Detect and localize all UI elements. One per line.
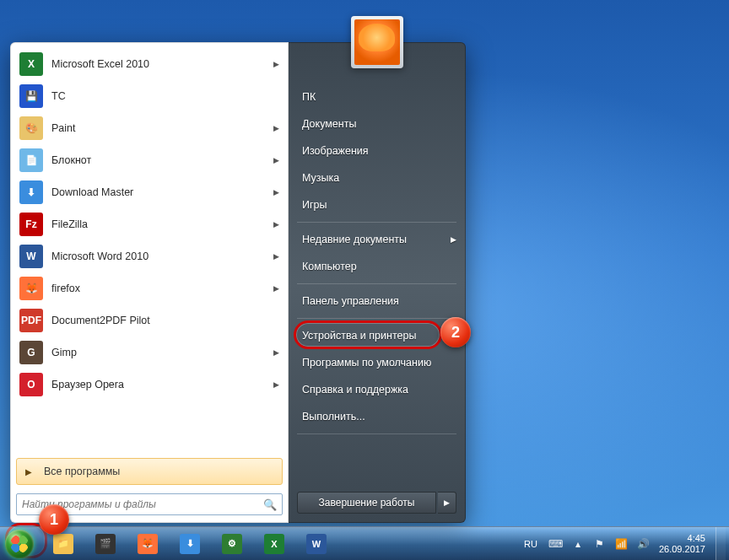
opera-icon: O — [19, 373, 43, 396]
app-label: Microsoft Word 2010 — [51, 250, 273, 262]
right-item-computer[interactable]: Компьютер — [289, 253, 465, 280]
dm-icon: ⬇ — [19, 180, 43, 204]
start-menu-left-pane: XMicrosoft Excel 2010▶💾TC🎨Paint▶📄Блокнот… — [10, 42, 289, 523]
right-item-music[interactable]: Музыка — [289, 164, 465, 191]
action-center-icon[interactable]: ⚑ — [593, 537, 607, 551]
taskbar-pinned-apps: 📁🎬🦊⬇⚙XW — [39, 530, 336, 557]
submenu-arrow-icon: ▶ — [273, 252, 279, 261]
right-item-default_programs[interactable]: Программы по умолчанию — [289, 349, 465, 376]
submenu-arrow-icon: ▶ — [273, 284, 279, 293]
menu-separator — [297, 283, 456, 284]
right-item-run[interactable]: Выполнить... — [289, 403, 465, 430]
taskbar: 📁🎬🦊⬇⚙XW RU ⌨ ▴ ⚑ 📶 🔊 4:45 26.09.2017 — [0, 526, 729, 560]
pinned-app-filezilla[interactable]: FzFileZilla▶ — [13, 208, 286, 240]
gimp-icon: G — [19, 341, 43, 364]
excel-icon: X — [19, 52, 43, 76]
network-icon[interactable]: 📶 — [615, 537, 629, 551]
right-item-games[interactable]: Игры — [289, 191, 465, 218]
menu-separator — [297, 318, 456, 319]
menu-separator — [297, 222, 456, 223]
pinned-app-tc[interactable]: 💾TC — [13, 80, 286, 112]
start-menu-right-pane: ПКДокументыИзображенияМузыкаИгрыНедавние… — [289, 42, 466, 523]
app-label: FileZilla — [51, 218, 273, 230]
submenu-arrow-icon: ▶ — [273, 220, 279, 229]
pinned-app-pdf[interactable]: PDFDocument2PDF Pilot — [13, 304, 286, 337]
user-avatar-frame[interactable] — [351, 16, 403, 68]
pinned-app-opera[interactable]: OБраузер Opera▶ — [13, 369, 286, 401]
app-label: Блокнот — [51, 154, 273, 166]
clock-time: 4:45 — [659, 533, 705, 544]
language-indicator[interactable]: RU — [521, 537, 541, 551]
system-tray: RU ⌨ ▴ ⚑ 📶 🔊 4:45 26.09.2017 — [521, 527, 729, 561]
shutdown-options-arrow[interactable]: ▶ — [438, 492, 456, 514]
word-icon: W — [306, 534, 327, 554]
menu-separator — [297, 433, 456, 434]
notepad-icon: 📄 — [19, 148, 43, 172]
clock-date: 26.09.2017 — [659, 544, 705, 555]
taskbar-app-settings[interactable]: ⚙ — [213, 530, 251, 557]
volume-icon[interactable]: 🔊 — [637, 537, 651, 551]
right-item-pc[interactable]: ПК — [289, 83, 465, 110]
pinned-app-firefox[interactable]: 🦊firefox▶ — [13, 272, 286, 304]
keyboard-icon[interactable]: ⌨ — [549, 537, 563, 551]
pinned-app-excel[interactable]: XMicrosoft Excel 2010▶ — [13, 48, 286, 80]
tray-expand-icon[interactable]: ▴ — [571, 537, 585, 551]
submenu-arrow-icon: ▶ — [451, 235, 456, 244]
right-item-control_panel[interactable]: Панель управления — [289, 288, 465, 315]
submenu-arrow-icon: ▶ — [273, 60, 279, 68]
start-menu: XMicrosoft Excel 2010▶💾TC🎨Paint▶📄Блокнот… — [10, 42, 466, 523]
app-label: Paint — [51, 122, 273, 134]
app-label: Document2PDF Pilot — [51, 315, 279, 326]
pinned-app-paint[interactable]: 🎨Paint▶ — [13, 112, 286, 144]
taskbar-app-mpc[interactable]: 🎬 — [86, 530, 125, 557]
taskbar-app-downloadmaster[interactable]: ⬇ — [170, 530, 209, 557]
all-programs-button[interactable]: ▶ Все программы — [16, 458, 283, 485]
settings-icon: ⚙ — [222, 534, 242, 554]
firefox-icon: 🦊 — [19, 277, 43, 300]
pdf-icon: PDF — [19, 309, 43, 332]
pinned-app-word[interactable]: WMicrosoft Word 2010▶ — [13, 240, 286, 272]
app-label: Download Master — [51, 186, 273, 198]
submenu-arrow-icon: ▶ — [273, 156, 279, 164]
filezilla-icon: Fz — [19, 213, 43, 236]
all-programs-arrow-icon: ▶ — [25, 467, 32, 477]
taskbar-app-excel[interactable]: X — [255, 530, 294, 557]
windows-orb-icon — [5, 530, 34, 558]
right-item-help[interactable]: Справка и поддержка — [289, 376, 465, 403]
excel-icon: X — [264, 534, 284, 554]
app-label: Microsoft Excel 2010 — [51, 58, 273, 70]
submenu-arrow-icon: ▶ — [273, 348, 279, 357]
app-label: TC — [51, 90, 279, 102]
taskbar-app-word[interactable]: W — [297, 530, 336, 557]
callout-badge-1: 1 — [39, 504, 69, 535]
explorer-icon: 📁 — [53, 534, 73, 554]
clock[interactable]: 4:45 26.09.2017 — [659, 533, 707, 554]
pinned-app-gimp[interactable]: GGimp▶ — [13, 337, 286, 369]
mpc-icon: 🎬 — [95, 534, 116, 554]
user-avatar-image — [354, 19, 400, 65]
word-icon: W — [19, 245, 43, 268]
pinned-programs-list: XMicrosoft Excel 2010▶💾TC🎨Paint▶📄Блокнот… — [11, 43, 288, 456]
all-programs-label: Все программы — [44, 466, 120, 477]
right-item-documents[interactable]: Документы — [289, 110, 465, 137]
shutdown-button[interactable]: Завершение работы — [297, 492, 436, 514]
app-label: Gimp — [51, 347, 273, 358]
search-icon: 🔍 — [262, 498, 277, 511]
submenu-arrow-icon: ▶ — [273, 380, 279, 389]
pinned-app-notepad[interactable]: 📄Блокнот▶ — [13, 144, 286, 176]
callout-badge-2: 2 — [440, 317, 471, 347]
right-item-pictures[interactable]: Изображения — [289, 137, 465, 164]
tc-icon: 💾 — [19, 84, 43, 108]
start-button[interactable] — [0, 527, 39, 561]
submenu-arrow-icon: ▶ — [273, 188, 279, 197]
pinned-app-dm[interactable]: ⬇Download Master▶ — [13, 176, 286, 208]
show-desktop-button[interactable] — [716, 527, 726, 561]
firefox-icon: 🦊 — [138, 534, 158, 554]
taskbar-app-firefox[interactable]: 🦊 — [128, 530, 167, 557]
right-item-recent[interactable]: Недавние документы▶ — [289, 226, 465, 253]
right-item-devices[interactable]: Устройства и принтеры — [289, 322, 465, 349]
downloadmaster-icon: ⬇ — [180, 534, 200, 554]
app-label: Браузер Opera — [51, 379, 273, 390]
paint-icon: 🎨 — [19, 116, 43, 140]
submenu-arrow-icon: ▶ — [273, 124, 279, 132]
